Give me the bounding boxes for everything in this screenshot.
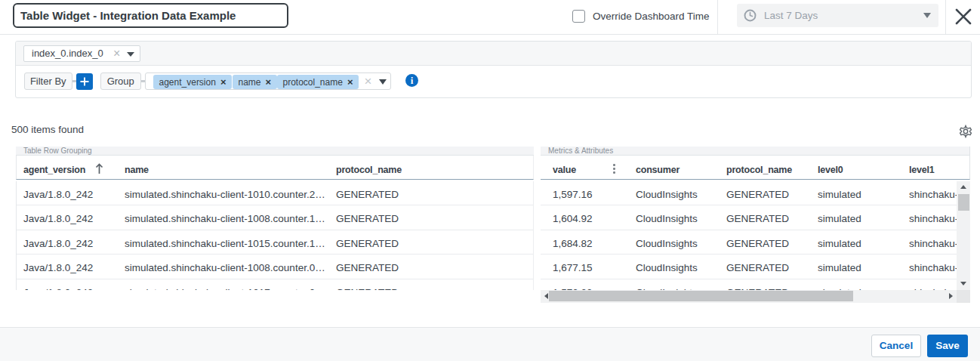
override-dashboard-time-checkbox[interactable] <box>572 10 585 23</box>
x-icon[interactable]: × <box>113 45 120 62</box>
save-button[interactable]: Save <box>927 335 968 357</box>
query-panel-top: index_0.index_0 × <box>16 42 971 66</box>
column-header-agent-version[interactable]: agent_version <box>17 156 117 179</box>
scroll-up-button[interactable] <box>957 181 970 193</box>
table-cell: shinchaku- <box>897 205 957 230</box>
scroll-right-button[interactable] <box>945 290 957 303</box>
left-table-header: agent_version name protocol_name <box>16 156 534 180</box>
query-panel-row: Filter By Group agent_version× name× pro… <box>16 66 971 98</box>
widget-title-input[interactable] <box>13 3 288 28</box>
column-label: agent_version <box>23 165 85 175</box>
table-cell: GENERATED <box>714 181 806 206</box>
arrow-right-icon <box>949 293 953 299</box>
table-cell: 1,684.82 <box>541 230 624 255</box>
table-cell: simulated <box>806 230 897 255</box>
time-range-value: Last 7 Days <box>764 4 818 27</box>
table-cell: shinchaku- <box>897 230 957 255</box>
table-cell: GENERATED <box>328 255 534 279</box>
group-chip[interactable]: name× <box>233 75 278 89</box>
chevron-down-icon[interactable] <box>127 52 134 57</box>
column-header-consumer[interactable]: consumer <box>624 156 714 179</box>
left-table-body: Java/1.8.0_242simulated.shinchaku-client… <box>16 181 534 291</box>
table-cell: GENERATED <box>328 230 534 255</box>
x-icon[interactable]: × <box>266 76 272 88</box>
table-cell: simulated <box>806 181 897 206</box>
horizontal-scrollbar-thumb[interactable] <box>549 291 853 301</box>
x-icon[interactable]: × <box>347 76 353 88</box>
table-cell: simulated <box>806 279 897 291</box>
table-row: 1,684.82CloudInsightsGENERATEDsimulateds… <box>541 230 957 255</box>
gear-icon[interactable] <box>959 125 972 138</box>
table-cell: 1,572.33 <box>541 279 624 291</box>
table-cell: GENERATED <box>328 279 534 291</box>
column-header-level1[interactable]: level1 <box>897 156 970 179</box>
override-dashboard-time-label: Override Dashboard Time <box>593 6 710 27</box>
table-row: Java/1.8.0_242simulated.shinchaku-client… <box>17 255 534 279</box>
table-cell: CloudInsights <box>624 255 714 279</box>
add-filter-button[interactable] <box>76 73 93 90</box>
table-cell: Java/1.8.0_242 <box>17 181 117 206</box>
widget-editor-dialog: Override Dashboard Time Last 7 Days inde… <box>0 0 980 361</box>
index-selector[interactable]: index_0.index_0 × <box>23 45 140 62</box>
horizontal-scrollbar[interactable] <box>541 290 957 303</box>
chevron-down-icon <box>923 13 931 18</box>
table-cell: Java/1.8.0_242 <box>17 230 117 255</box>
table-cell: CloudInsights <box>624 181 714 206</box>
table-cell: GENERATED <box>714 279 806 291</box>
clear-all-icon[interactable]: × <box>365 73 372 90</box>
table-cell: simulated.shinchaku-client-1008.counter.… <box>117 205 328 230</box>
column-header-protocol-name-2[interactable]: protocol_name <box>714 156 806 179</box>
table-cell: shinchaku- <box>897 255 957 279</box>
group-label: Group <box>100 73 141 90</box>
chip-label: agent_version <box>159 77 216 88</box>
cancel-button[interactable]: Cancel <box>871 335 921 357</box>
time-range-dropdown[interactable]: Last 7 Days <box>737 4 938 27</box>
table-cell: Java/1.8.0_242 <box>17 255 117 279</box>
table-row: 1,604.92CloudInsightsGENERATEDsimulateds… <box>541 205 957 230</box>
table-cell: simulated <box>806 255 897 279</box>
table-row: Java/1.8.0_242simulated.shinchaku-client… <box>17 205 534 230</box>
items-found-count: 500 items found <box>11 124 84 135</box>
table-row: Java/1.8.0_242simulated.shinchaku-client… <box>17 279 534 291</box>
table-row: Java/1.8.0_242simulated.shinchaku-client… <box>17 181 534 206</box>
group-chips-box[interactable]: agent_version× name× protocol_name× × <box>145 73 392 90</box>
table-cell: 1,597.16 <box>541 181 624 206</box>
left-group-header: Table Row Grouping <box>16 147 534 156</box>
vertical-scrollbar[interactable] <box>957 181 970 290</box>
vertical-scrollbar-thumb[interactable] <box>958 194 969 211</box>
kebab-menu-icon[interactable] <box>613 164 615 176</box>
column-header-name[interactable]: name <box>117 156 328 179</box>
x-icon[interactable]: × <box>220 76 227 88</box>
arrow-up-icon <box>960 185 966 189</box>
table-cell: GENERATED <box>714 205 806 230</box>
chip-label: protocol_name <box>283 77 343 88</box>
group-chip[interactable]: agent_version× <box>153 75 233 89</box>
table-cell: simulated.shinchaku-client-1008.counter.… <box>117 255 328 279</box>
table-cell: shinchaku- <box>897 279 957 291</box>
clock-icon <box>744 9 757 22</box>
table-row: 1,572.33CloudInsightsGENERATEDsimulateds… <box>541 279 957 291</box>
table-cell: GENERATED <box>328 205 534 230</box>
arrow-left-icon <box>544 293 548 299</box>
header-separator <box>717 0 718 34</box>
chevron-down-icon[interactable] <box>379 79 387 85</box>
table-cell: shinchaku- <box>897 181 957 206</box>
header-divider <box>0 34 980 35</box>
info-icon[interactable]: i <box>405 74 418 87</box>
sort-asc-icon <box>95 163 103 174</box>
column-header-level0[interactable]: level0 <box>806 156 897 179</box>
column-header-protocol-name[interactable]: protocol_name <box>328 156 534 179</box>
table-cell: 1,604.92 <box>541 205 624 230</box>
chip-label: name <box>239 77 261 88</box>
table-cell: Java/1.8.0_242 <box>17 279 117 291</box>
scroll-down-button[interactable] <box>957 278 970 290</box>
column-header-value[interactable]: value <box>541 156 624 179</box>
table-cell: CloudInsights <box>624 205 714 230</box>
footer-bar <box>0 327 980 361</box>
table-cell: simulated.shinchaku-client-1010.counter.… <box>117 181 328 206</box>
table-row: Java/1.8.0_242simulated.shinchaku-client… <box>17 230 534 255</box>
close-button[interactable] <box>954 7 973 26</box>
table-cell: simulated.shinchaku-client-1017.counter.… <box>117 279 328 291</box>
plus-icon <box>80 77 89 86</box>
group-chip[interactable]: protocol_name× <box>277 75 359 89</box>
